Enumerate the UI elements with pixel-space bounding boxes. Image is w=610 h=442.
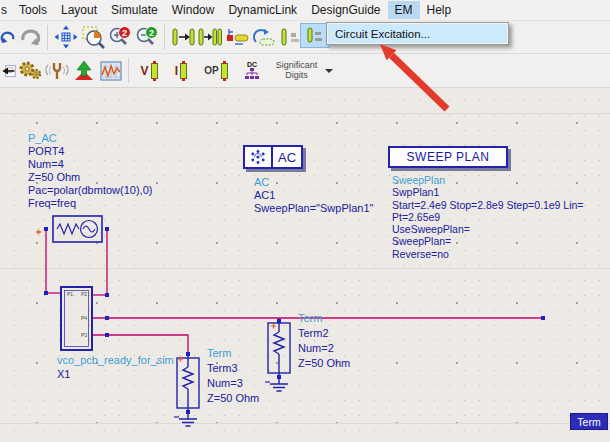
sweep-plan-param: Pt=2.65e9 <box>392 211 584 223</box>
dc-label: DC <box>247 61 257 68</box>
zoom-to-fit-button[interactable] <box>52 24 79 51</box>
term2-param: Term2 <box>298 326 350 341</box>
insert-pin-icon <box>171 27 195 47</box>
undo-button[interactable] <box>0 24 16 51</box>
current-label-button[interactable]: I <box>165 57 197 84</box>
pac-param: Freq=freq <box>28 197 152 210</box>
tune-button[interactable] <box>43 57 70 84</box>
tune-icon <box>44 60 70 82</box>
ac-instance-name: AC <box>254 176 373 189</box>
op-label-button[interactable]: OP <box>197 57 235 84</box>
redo-icon <box>19 27 41 47</box>
pin-hover-icon <box>306 27 324 45</box>
term2-annotation[interactable]: Term Term2 Num=2 Z=50 Ohm <box>298 311 350 371</box>
pin-label-p2: P2 <box>81 291 87 297</box>
undo-icon <box>0 27 16 47</box>
term2-symbol[interactable] <box>265 323 290 391</box>
simulation-settings-button[interactable] <box>16 57 43 84</box>
x1-subcircuit-symbol[interactable]: P1 P2 P4 P3 <box>61 287 92 350</box>
pin-label-p4: P4 <box>81 315 87 321</box>
significant-digits-label: Significant Digits <box>272 61 322 80</box>
pin-tool-icon <box>279 27 303 47</box>
ac-box-label: AC <box>273 150 301 165</box>
sweep-plan-param: Start=2.4e9 Stop=2.8e9 Step=0.1e9 Lin= <box>392 199 584 211</box>
menu-item-dynamiclink[interactable]: DynamicLink <box>221 1 304 19</box>
push-into-button[interactable] <box>223 24 250 51</box>
sweep-plan-annotation[interactable]: SweepPlan SwpPlan1 Start=2.4e9 Stop=2.8e… <box>392 174 584 260</box>
sweep-plan-box[interactable]: SWEEP PLAN <box>388 146 508 168</box>
op-letters: OP <box>204 65 218 76</box>
pac-param: PORT4 <box>28 145 152 158</box>
sweep-plan-param: UseSweepPlan= <box>392 223 584 235</box>
pac-param: Z=50 Ohm <box>28 171 152 184</box>
term3-annotation[interactable]: Term Term3 Num=3 Z=50 Ohm <box>207 346 259 406</box>
op-probe-icon <box>221 63 228 79</box>
insert-pin-double-icon <box>198 27 222 47</box>
back-annotate-icon <box>0 61 16 81</box>
voltage-label-button[interactable]: V <box>133 57 165 84</box>
zoom-in-2x-button[interactable]: 2 <box>106 24 133 51</box>
menu-item-designguide[interactable]: DesignGuide <box>304 1 387 19</box>
x1-refdes: X1 <box>57 367 174 381</box>
ac-starburst-icon <box>248 148 268 166</box>
voltage-probe-icon <box>151 63 158 79</box>
schematic-canvas[interactable]: P1 P2 P4 P3 <box>0 88 610 442</box>
back-annotate-button[interactable] <box>0 57 16 84</box>
menu-item-window[interactable]: Window <box>165 1 222 19</box>
term3-param: Z=50 Ohm <box>207 391 259 406</box>
svg-text:2: 2 <box>148 28 153 38</box>
ac-box-icon-cell <box>245 147 273 167</box>
term2-param: Num=2 <box>298 341 350 356</box>
ac-param: SweepPlan="SwpPlan1" <box>254 202 373 215</box>
ac-param: AC1 <box>254 189 373 202</box>
menu-item-simulate[interactable]: Simulate <box>104 1 165 19</box>
pac-annotation[interactable]: P_AC PORT4 Num=4 Z=50 Ohm Pac=polar(dbmt… <box>28 132 152 210</box>
pin-label-p3: P3 <box>81 332 87 338</box>
zoom-out-2x-button[interactable]: 2 <box>133 24 160 51</box>
sweep-plan-instance-name: SweepPlan <box>392 174 584 186</box>
sweep-plan-param: SweepPlan= <box>392 235 584 247</box>
menu-item-layout[interactable]: Layout <box>54 1 104 19</box>
term-selection-badge[interactable]: Term <box>570 413 608 430</box>
insert-pin-double-button[interactable] <box>196 24 223 51</box>
optimize-button[interactable] <box>70 57 97 84</box>
menu-item-cutoff[interactable]: s <box>0 1 12 19</box>
ac-controller-box[interactable]: AC <box>243 145 303 169</box>
redo-button[interactable] <box>16 24 43 51</box>
pop-out-icon <box>252 27 276 47</box>
pin-label-p1: P1 <box>67 291 73 297</box>
push-into-icon <box>225 27 249 47</box>
simulation-settings-icon <box>17 60 43 82</box>
term3-symbol[interactable] <box>174 356 199 426</box>
term3-instance-name: Term <box>207 346 259 361</box>
dc-annotation-icon <box>244 68 260 80</box>
x1-annotation[interactable]: vco_pcb_ready_for_sim X1 <box>57 353 174 381</box>
menu-item-em[interactable]: EM <box>388 1 420 19</box>
zoom-area-button[interactable] <box>79 24 106 51</box>
svg-text:2: 2 <box>121 28 126 38</box>
x1-instance-name: vco_pcb_ready_for_sim <box>57 353 174 367</box>
ac-annotation[interactable]: AC AC1 SweepPlan="SwpPlan1" <box>254 176 373 215</box>
optimize-icon <box>72 60 96 82</box>
current-probe-icon <box>180 63 187 79</box>
menu-item-tools[interactable]: Tools <box>12 1 54 19</box>
term2-instance-name: Term <box>298 311 350 326</box>
pac-param: Num=4 <box>28 158 152 171</box>
em-dropdown-menu: Circuit Excitation... <box>326 22 509 45</box>
term2-param: Z=50 Ohm <box>298 356 350 371</box>
zoom-area-icon <box>81 25 105 49</box>
data-display-button[interactable] <box>97 57 124 84</box>
menu-item-help[interactable]: Help <box>420 1 459 19</box>
menu-item-circuit-excitation[interactable]: Circuit Excitation... <box>328 24 507 43</box>
insert-pin-button[interactable] <box>169 24 196 51</box>
zoom-out-2x-icon: 2 <box>135 25 159 49</box>
sweep-plan-param: SwpPlan1 <box>392 186 584 198</box>
dc-annotation-button[interactable]: DC <box>235 57 269 84</box>
voltage-letter: V <box>140 64 148 78</box>
significant-digits-button[interactable]: Significant Digits <box>269 57 335 84</box>
pop-out-button[interactable] <box>250 24 277 51</box>
zoom-to-fit-icon <box>54 25 78 49</box>
sweep-plan-box-label: SWEEP PLAN <box>407 150 490 164</box>
current-letter: I <box>175 64 178 78</box>
data-display-icon <box>100 61 122 81</box>
